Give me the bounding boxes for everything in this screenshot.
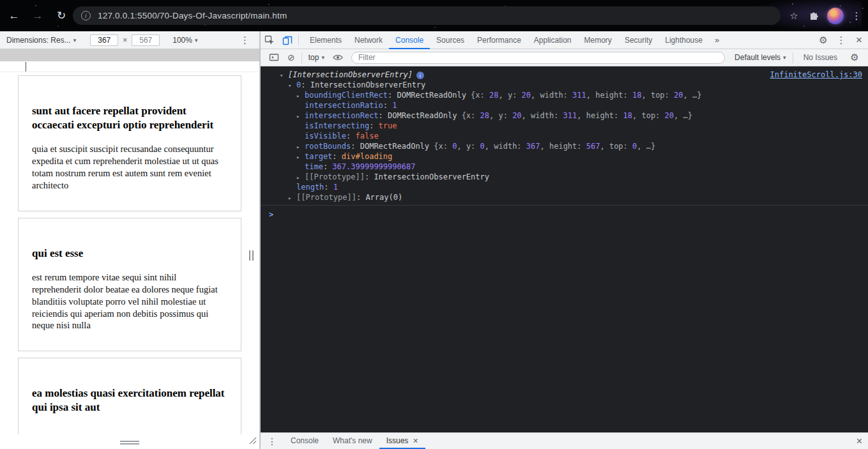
javascript-context-select[interactable]: top ▾	[308, 53, 324, 62]
refresh-button[interactable]: ↻	[52, 6, 71, 26]
forward-button[interactable]: →	[28, 6, 47, 26]
console-text: target	[305, 152, 332, 161]
drawer-menu-icon[interactable]: ⋮	[261, 436, 284, 446]
console-text: {x:	[471, 91, 489, 100]
drawer-tab-label: Console	[291, 433, 319, 449]
devtools-menu-icon[interactable]: ⋮	[832, 31, 850, 49]
tab-sources[interactable]: Sources	[430, 31, 471, 49]
console-text: 28	[480, 111, 489, 120]
clear-console-icon[interactable]: ⊘	[287, 52, 295, 63]
console-text: :	[346, 132, 355, 141]
console-output: ▾[IntersectionObserverEntry]iInfiniteScr…	[261, 66, 868, 432]
post-card: ea molestias quasi exercitationem repell…	[18, 358, 241, 434]
console-text: time	[305, 162, 323, 171]
device-mode-bottom	[0, 434, 259, 449]
browser-menu-icon[interactable]: ⋮	[849, 8, 864, 24]
collapse-arrow-icon[interactable]: ▾	[280, 70, 288, 80]
tab-lighthouse[interactable]: Lighthouse	[659, 31, 709, 49]
info-icon[interactable]: i	[416, 72, 424, 79]
expand-arrow-icon[interactable]: ▸	[296, 111, 305, 121]
extensions-puzzle-icon[interactable]	[807, 8, 822, 24]
console-text: isVisible	[305, 132, 346, 141]
settings-gear-icon[interactable]: ⚙	[814, 31, 832, 49]
console-text: isIntersecting	[305, 121, 369, 130]
console-text: , top:	[641, 91, 674, 100]
address-bar[interactable]: i 127.0.0.1:5500/70-Days-Of-Javascript/m…	[73, 6, 780, 25]
site-info-icon[interactable]: i	[81, 11, 91, 20]
ruler-tick	[26, 62, 26, 72]
tab-memory[interactable]: Memory	[578, 31, 618, 49]
tab-application[interactable]: Application	[528, 31, 578, 49]
back-button[interactable]: ←	[4, 6, 24, 26]
post-title: ea molestias quasi exercitationem repell…	[32, 386, 227, 414]
expand-arrow-icon[interactable]: ▸	[296, 91, 305, 101]
page-scrollbar-grip[interactable]	[249, 250, 254, 261]
console-text: :	[365, 172, 374, 181]
expand-arrow-icon[interactable]: ▸	[296, 172, 305, 183]
browser-toolbar: ← → ↻ i 127.0.0.1:5500/70-Days-Of-Javasc…	[0, 0, 868, 31]
console-text: {x:	[462, 111, 480, 120]
device-dimensions-select[interactable]: Dimensions: Res... ▾	[6, 36, 76, 45]
console-text: :	[332, 152, 341, 161]
viewport-resize-handle[interactable]	[120, 441, 139, 442]
console-text: :	[383, 101, 392, 110]
tab-elements[interactable]: Elements	[303, 31, 348, 49]
console-text: , …}	[674, 111, 692, 120]
drawer-tab-console[interactable]: Console	[284, 433, 326, 449]
close-issues-icon[interactable]: ×	[413, 433, 418, 449]
console-text: IntersectionObserverEntry	[310, 80, 426, 89]
posts-list: sunt aut facere repellat provident occae…	[18, 75, 241, 434]
console-sidebar-icon[interactable]	[265, 49, 283, 66]
chevron-down-icon: ▾	[73, 37, 77, 43]
tab-security[interactable]: Security	[618, 31, 659, 49]
source-location-link[interactable]: InfiniteScroll.js:30	[770, 70, 863, 80]
device-toolbar-toggle-icon[interactable]	[278, 31, 296, 49]
tab-performance[interactable]: Performance	[471, 31, 528, 49]
close-drawer-icon[interactable]: ×	[857, 436, 862, 447]
console-text: 28	[489, 91, 498, 100]
toolbar-divider	[298, 34, 299, 45]
emulated-page: sunt aut facere repellat provident occae…	[0, 72, 259, 434]
expand-arrow-icon[interactable]: ▸	[296, 142, 305, 152]
console-message: ▾[IntersectionObserverEntry]iInfiniteScr…	[261, 66, 868, 206]
viewport-width-field[interactable]	[90, 34, 118, 46]
tab-network[interactable]: Network	[348, 31, 389, 49]
console-text: 567	[586, 142, 600, 151]
live-expression-eye-icon[interactable]	[329, 49, 347, 66]
url-text[interactable]: 127.0.0.1:5500/70-Days-Of-Javascript/mai…	[98, 11, 287, 20]
device-toolbar-menu-icon[interactable]: ⋮	[240, 34, 250, 46]
zoom-select[interactable]: 100% ▾	[172, 36, 197, 45]
toolbar-divider	[793, 52, 793, 63]
console-text: 20	[522, 91, 531, 100]
post-body: quia et suscipit suscipit recusandae con…	[32, 143, 227, 191]
console-text: :	[369, 121, 378, 130]
corner-resize-grip[interactable]	[248, 436, 257, 447]
console-text: 367.39999999990687	[332, 162, 415, 171]
bookmark-star-icon[interactable]: ☆	[786, 8, 802, 24]
chevron-down-icon: ▾	[783, 54, 786, 61]
console-filter-input[interactable]	[351, 52, 725, 64]
drawer-tab-issues[interactable]: Issues×	[379, 433, 425, 449]
dimensions-label: Dimensions: Res...	[6, 36, 71, 45]
avatar[interactable]	[827, 8, 844, 24]
more-tabs-icon[interactable]: »	[709, 35, 725, 45]
post-card: qui est esseest rerum tempore vitae sequ…	[18, 218, 241, 352]
console-text: boundingClientRect	[305, 91, 388, 100]
collapse-arrow-icon[interactable]: ▾	[288, 80, 296, 91]
console-settings-gear-icon[interactable]: ⚙	[846, 49, 864, 66]
console-prompt[interactable]: >	[261, 206, 868, 219]
tab-console[interactable]: Console	[389, 31, 430, 49]
console-text: DOMRectReadOnly	[388, 111, 462, 120]
console-text: , width:	[485, 142, 526, 151]
zoom-value: 100%	[172, 36, 192, 45]
inspect-element-icon[interactable]	[261, 31, 278, 49]
drawer-tab-what-s-new[interactable]: What's new	[326, 433, 379, 449]
console-text: intersectionRect	[305, 111, 379, 120]
expand-arrow-icon[interactable]: ▸	[288, 193, 296, 203]
issues-counter[interactable]: No Issues	[803, 53, 837, 62]
expand-arrow-icon[interactable]: ▸	[296, 152, 305, 162]
log-levels-select[interactable]: Default levels ▾	[735, 53, 786, 62]
device-mode-ruler	[0, 61, 259, 72]
viewport-height-field[interactable]	[132, 34, 160, 46]
close-devtools-icon[interactable]: ×	[850, 31, 868, 49]
